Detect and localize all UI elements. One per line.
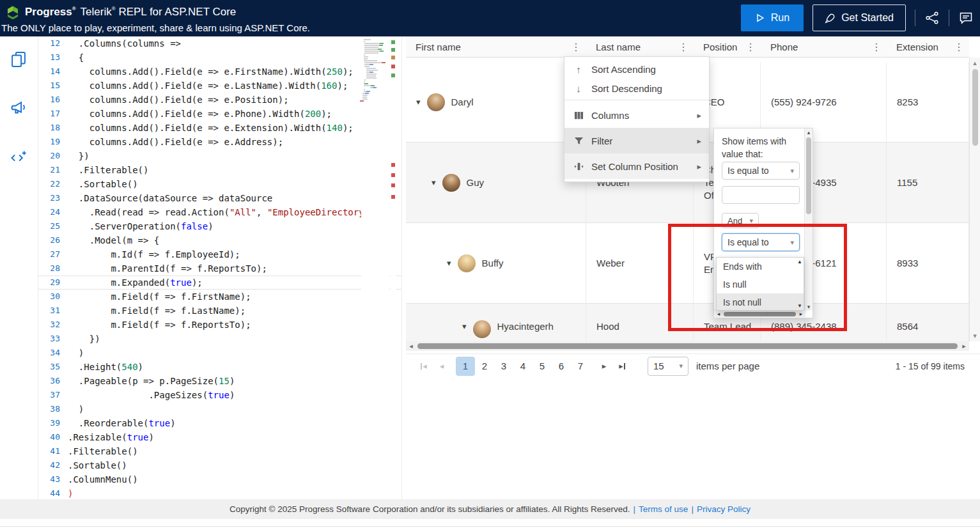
code-line[interactable]: 40.Resizable(true)	[38, 430, 401, 444]
code-line[interactable]: 28 m.ParentId(f => f.ReportsTo);	[38, 261, 401, 276]
menu-item-set-column-position[interactable]: Set Column Position▸	[564, 153, 709, 179]
code-token: .Read(read => read.Action(	[89, 207, 229, 217]
page-button-1[interactable]: 1	[456, 357, 475, 376]
vscroll-thumb[interactable]	[972, 69, 978, 146]
code-line[interactable]: 26 .Model(m => {	[38, 233, 401, 247]
grid-vertical-scrollbar[interactable]: ▴ ▾	[969, 58, 980, 341]
feedback-chat-icon[interactable]	[958, 10, 974, 26]
page-button-6[interactable]: 6	[552, 357, 571, 376]
privacy-policy-link[interactable]: Privacy Policy	[697, 504, 751, 514]
code-line[interactable]: 43.ColumnMenu()	[38, 472, 401, 486]
code-line[interactable]: 32 m.Field(f => f.ReportsTo);	[38, 318, 401, 332]
code-line[interactable]: 12 .Columns(columns =>	[38, 36, 401, 50]
code-text: .ColumnMenu()	[68, 472, 138, 486]
vscroll-thumb[interactable]	[806, 137, 811, 214]
code-line[interactable]: 23 .DataSource(dataSource => dataSource	[38, 191, 401, 205]
code-line[interactable]: 30 m.Field(f => f.FirstName);	[38, 290, 401, 304]
code-line[interactable]: 13 {	[38, 50, 401, 65]
menu-item-filter[interactable]: Filter▸	[564, 128, 709, 153]
terms-of-use-link[interactable]: Terms of use	[639, 504, 688, 514]
column-menu-button[interactable]: ⋮	[678, 41, 688, 53]
minimap[interactable]	[361, 36, 389, 499]
next-page-button[interactable]: ▸	[595, 357, 613, 375]
code-line[interactable]: 37 .PageSizes(true)	[38, 388, 401, 402]
line-number: 32	[38, 318, 68, 332]
scroll-up-icon[interactable]: ▴	[805, 129, 813, 136]
menu-item-sort-descending[interactable]: ↓Sort Descending	[564, 79, 709, 98]
code-line[interactable]: 31 m.Field(f => f.LastName);	[38, 304, 401, 318]
page-button-7[interactable]: 7	[571, 357, 590, 376]
code-line[interactable]: 14 columns.Add().Field(e => e.FirstName)…	[38, 65, 401, 79]
page-button-4[interactable]: 4	[513, 357, 533, 376]
code-editor[interactable]: 12 .Columns(columns =>13 {14 columns.Add…	[38, 36, 401, 499]
page-button-2[interactable]: 2	[475, 357, 494, 376]
code-plus-icon[interactable]	[10, 149, 29, 168]
scroll-up-icon[interactable]: ▴	[970, 59, 980, 67]
code-line[interactable]: 27 m.Id(f => f.EmployeeId);	[38, 247, 401, 261]
code-line[interactable]: 41.Filterable()	[38, 444, 401, 458]
code-line[interactable]: 16 columns.Add().Field(e => e.Position);	[38, 93, 401, 107]
prev-page-button[interactable]: ◂	[433, 357, 451, 375]
code-line[interactable]: 19 columns.Add().Field(e => e.Address);	[38, 135, 401, 149]
code-token: })	[89, 334, 100, 344]
column-header-first-name[interactable]: First name⋮	[406, 36, 586, 58]
last-page-button[interactable]: ▸	[613, 357, 631, 375]
code-line[interactable]: 21 .Filterable()	[38, 163, 401, 177]
code-text: m.Id(f => f.EmployeeId);	[68, 247, 240, 261]
column-header-position[interactable]: Position⋮	[694, 36, 761, 58]
share-icon[interactable]	[924, 10, 940, 26]
scroll-down-icon[interactable]: ▾	[970, 332, 980, 340]
page-size-dropdown[interactable]: 15 ▾	[648, 357, 688, 376]
collapse-arrow-icon[interactable]: ▾	[416, 96, 421, 109]
column-menu-button[interactable]: ⋮	[745, 41, 756, 53]
get-started-button[interactable]: Get Started	[813, 4, 906, 31]
first-page-button[interactable]: ◂	[415, 357, 433, 375]
code-line[interactable]: 25 .ServerOperation(false)	[38, 219, 401, 233]
pane-splitter[interactable]	[401, 36, 406, 499]
code-line[interactable]: 33 })	[38, 332, 401, 346]
column-header-last-name[interactable]: Last name⋮	[586, 36, 694, 58]
run-button[interactable]: Run	[741, 4, 804, 31]
feedback-megaphone-icon[interactable]	[10, 99, 29, 118]
minimap-line	[366, 74, 377, 75]
grid-horizontal-scrollbar[interactable]: ◂ ▸	[406, 341, 969, 351]
column-header-label: Position	[703, 42, 737, 52]
column-menu-button[interactable]: ⋮	[571, 41, 581, 53]
code-line[interactable]: 24 .Read(read => read.Action("All", "Emp…	[38, 205, 401, 219]
collapse-arrow-icon[interactable]: ▾	[447, 257, 451, 270]
code-token: .Sortable()	[79, 179, 138, 189]
code-line[interactable]: 44)	[38, 486, 401, 499]
code-line[interactable]: 18 columns.Add().Field(e => e.Extension)…	[38, 121, 401, 135]
page-button-5[interactable]: 5	[533, 357, 552, 376]
code-line[interactable]: 38 )	[38, 402, 401, 416]
scroll-left-icon[interactable]: ◂	[406, 342, 416, 350]
filter-value-input[interactable]	[722, 186, 800, 204]
hscroll-thumb[interactable]	[417, 343, 958, 349]
filter-operator1-dropdown[interactable]: Is equal to ▾	[722, 162, 800, 180]
menu-item-columns[interactable]: Columns▸	[564, 102, 709, 128]
copy-snippet-icon[interactable]	[10, 50, 29, 70]
code-line[interactable]: 34 )	[38, 346, 401, 360]
bar-glyph	[421, 363, 422, 369]
column-menu-button[interactable]: ⋮	[871, 41, 882, 53]
code-line[interactable]: 20 })	[38, 149, 401, 163]
menu-item-sort-ascending[interactable]: ↑Sort Ascending	[564, 59, 709, 79]
footer: Copyright © 2025 Progress Software Corpo…	[0, 499, 980, 519]
column-header-phone[interactable]: Phone⋮	[761, 36, 887, 58]
code-text: {	[68, 50, 84, 65]
code-line[interactable]: 22 .Sortable()	[38, 177, 401, 191]
menu-item-label: Columns	[591, 110, 690, 121]
code-line[interactable]: 39 .Reorderable(true)	[38, 416, 401, 430]
code-line[interactable]: 17 columns.Add().Field(e => e.Phone).Wid…	[38, 107, 401, 121]
column-header-extension[interactable]: Extension⋮	[887, 36, 969, 58]
collapse-arrow-icon[interactable]: ▾	[432, 176, 436, 189]
code-line[interactable]: 35 .Height(540)	[38, 360, 401, 374]
code-line[interactable]: 42.Sortable()	[38, 458, 401, 472]
column-menu-button[interactable]: ⋮	[954, 41, 964, 53]
code-line[interactable]: 36 .Pageable(p => p.PageSize(15)	[38, 374, 401, 388]
code-line[interactable]: 29 m.Expanded(true);	[38, 276, 401, 290]
page-button-3[interactable]: 3	[494, 357, 513, 376]
code-line[interactable]: 15 columns.Add().Field(e => e.LastName).…	[38, 79, 401, 93]
collapse-arrow-icon[interactable]: ▾	[462, 320, 467, 333]
scroll-right-icon[interactable]: ▸	[959, 342, 969, 350]
